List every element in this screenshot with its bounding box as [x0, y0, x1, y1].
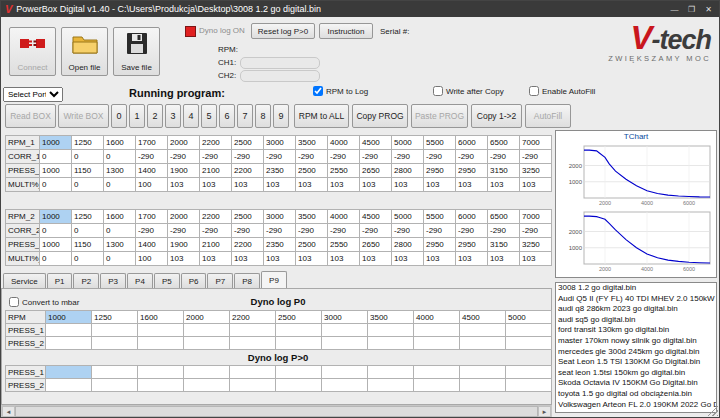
map-cell[interactable]: 2800	[392, 164, 424, 178]
digit-button-9[interactable]: 9	[273, 104, 289, 128]
open-file-button[interactable]: Open file	[61, 27, 108, 76]
map-cell[interactable]: -290	[328, 150, 360, 164]
map-cell[interactable]: 4500	[360, 210, 392, 224]
map-cell[interactable]: -290	[264, 150, 296, 164]
map-cell[interactable]: 0	[40, 252, 72, 266]
map-cell[interactable]: 2200	[232, 164, 264, 178]
map-cell[interactable]	[460, 379, 506, 392]
map-cell[interactable]: 6500	[488, 210, 520, 224]
map-cell[interactable]	[368, 324, 414, 337]
map-cell[interactable]: 2550	[328, 164, 360, 178]
map-cell[interactable]: -290	[296, 224, 328, 238]
map-cell[interactable]: 2350	[264, 238, 296, 252]
file-item[interactable]: master 170km nowy silnik go digital.bin	[556, 336, 716, 347]
map-cell[interactable]	[414, 366, 460, 379]
map-cell[interactable]: 1900	[168, 238, 200, 252]
map-cell[interactable]: -290	[424, 150, 456, 164]
map-cell[interactable]	[368, 366, 414, 379]
map-cell[interactable]: 0	[104, 150, 136, 164]
map-cell[interactable]: 5500	[424, 210, 456, 224]
map-cell[interactable]: 103	[520, 178, 552, 192]
write-after-copy-option[interactable]: Write after Copy	[433, 86, 504, 96]
map-cell[interactable]: 103	[456, 178, 488, 192]
map-cell[interactable]: 103	[360, 252, 392, 266]
tab-p5[interactable]: P5	[154, 273, 180, 289]
map-cell[interactable]: 3250	[520, 238, 552, 252]
map-cell[interactable]: 100	[136, 178, 168, 192]
map-cell[interactable]: 0	[72, 178, 104, 192]
map-cell[interactable]: -290	[392, 224, 424, 238]
map-cell[interactable]: 1700	[136, 210, 168, 224]
map-cell[interactable]: -290	[328, 224, 360, 238]
map-cell[interactable]: 1600	[104, 136, 136, 150]
map-cell[interactable]: -290	[136, 224, 168, 238]
map-cell[interactable]: 1000	[40, 210, 72, 224]
dyno-log-on-label[interactable]: Dyno log ON	[199, 26, 245, 35]
tab-p1[interactable]: P1	[47, 273, 73, 289]
map-cell[interactable]: 5000	[506, 311, 552, 324]
digit-button-6[interactable]: 6	[219, 104, 235, 128]
map-cell[interactable]	[46, 366, 92, 379]
read-box-button[interactable]: Read BOX	[5, 104, 56, 128]
digit-button-0[interactable]: 0	[111, 104, 127, 128]
file-item[interactable]: Skoda Octavia IV 150KM Go Digital.bin	[556, 378, 716, 389]
map-cell[interactable]: -290	[168, 224, 200, 238]
map-cell[interactable]	[368, 379, 414, 392]
map-cell[interactable]: 2650	[360, 238, 392, 252]
map-cell[interactable]: -290	[296, 150, 328, 164]
digit-button-5[interactable]: 5	[201, 104, 217, 128]
tab-p3[interactable]: P3	[100, 273, 126, 289]
map-cell[interactable]: -290	[264, 224, 296, 238]
map-cell[interactable]: 2000	[168, 210, 200, 224]
map-cell[interactable]: 1900	[168, 164, 200, 178]
map-cell[interactable]	[322, 366, 368, 379]
map-cell[interactable]: 1000	[40, 238, 72, 252]
digit-button-4[interactable]: 4	[183, 104, 199, 128]
map-cell[interactable]	[276, 379, 322, 392]
map-cell[interactable]: 1000	[40, 136, 72, 150]
map-cell[interactable]: 2650	[360, 164, 392, 178]
map-cell[interactable]: 3150	[488, 164, 520, 178]
maximize-button[interactable]: ❐	[683, 2, 700, 16]
map-cell[interactable]: 103	[328, 178, 360, 192]
instruction-button[interactable]: Instruction	[319, 23, 373, 39]
map-cell[interactable]: 4000	[328, 136, 360, 150]
map-cell[interactable]: 5000	[392, 210, 424, 224]
map-cell[interactable]: 4000	[414, 311, 460, 324]
file-item[interactable]: Seat Leon 1.5 TSI 130KM Go Digital.bin	[556, 357, 716, 368]
map-cell[interactable]: 103	[360, 178, 392, 192]
write-box-button[interactable]: Write BOX	[58, 104, 109, 128]
map-cell[interactable]	[322, 379, 368, 392]
rpm-to-all-button[interactable]: RPM to ALL	[294, 104, 349, 128]
map-cell[interactable]: -290	[520, 150, 552, 164]
map-cell[interactable]: -290	[136, 150, 168, 164]
map-cell[interactable]: -290	[456, 224, 488, 238]
map-cell[interactable]: 2950	[424, 238, 456, 252]
map-cell[interactable]	[138, 379, 184, 392]
map-cell[interactable]: 103	[520, 252, 552, 266]
map-cell[interactable]	[92, 324, 138, 337]
map-cell[interactable]: 3500	[296, 210, 328, 224]
map-cell[interactable]: 2950	[456, 164, 488, 178]
file-item[interactable]: Audi Q5 II (FY FL) 40 TDI MHEV 2.0 150kW…	[556, 294, 716, 305]
map-cell[interactable]: 103	[296, 252, 328, 266]
map-cell[interactable]: 3000	[264, 210, 296, 224]
map-cell[interactable]: 2500	[296, 238, 328, 252]
digit-button-8[interactable]: 8	[255, 104, 271, 128]
map-cell[interactable]	[46, 379, 92, 392]
map-cell[interactable]: 103	[232, 252, 264, 266]
map-cell[interactable]: -290	[360, 150, 392, 164]
map-cell[interactable]	[184, 379, 230, 392]
save-file-button[interactable]: Save file	[113, 27, 160, 76]
map-cell[interactable]	[276, 337, 322, 350]
map-cell[interactable]: 1400	[136, 238, 168, 252]
scrollbar-thumb[interactable]	[15, 406, 538, 417]
tab-p9[interactable]: P9	[261, 271, 287, 289]
map-cell[interactable]: 2000	[184, 311, 230, 324]
map-cell[interactable]: 3000	[264, 136, 296, 150]
tab-p2[interactable]: P2	[73, 273, 99, 289]
copy-1-to-2-button[interactable]: Copy 1->2	[471, 104, 522, 128]
map-cell[interactable]	[46, 324, 92, 337]
file-item[interactable]: seat leon 1.5tsi 150km go digital.bin	[556, 368, 716, 379]
map-cell[interactable]: 2200	[200, 136, 232, 150]
